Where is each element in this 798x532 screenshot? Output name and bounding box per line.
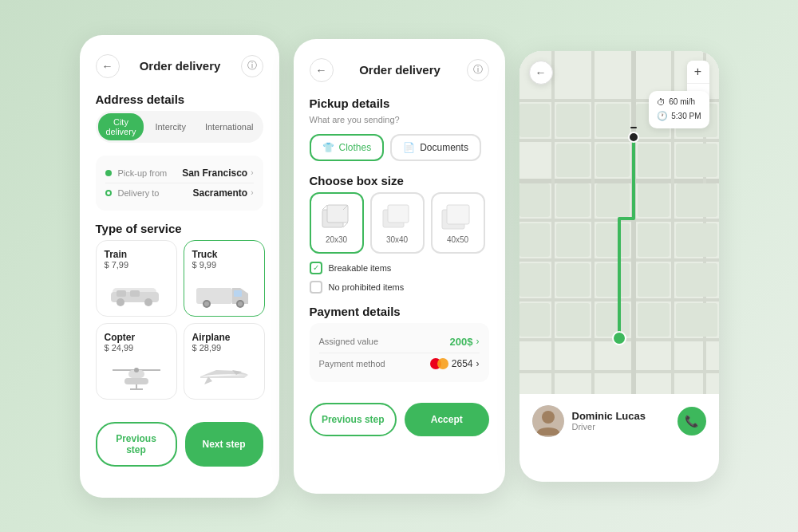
service-truck-price: $ 9,99 [192, 260, 256, 270]
svg-rect-52 [556, 183, 590, 217]
call-driver-button[interactable]: 📞 [678, 407, 706, 435]
svg-rect-15 [124, 378, 148, 384]
svg-point-3 [144, 298, 152, 306]
payment-chevron: › [476, 358, 480, 369]
box-40x50[interactable]: 40x50 [431, 192, 485, 254]
delivery-label: Delivery to [118, 188, 160, 198]
card2-prev-button[interactable]: Previous step [310, 403, 397, 436]
payment-block: Assigned value 200$ › Payment method 265… [310, 323, 489, 382]
tab-city-delivery[interactable]: City delivery [98, 113, 144, 140]
card1-title: Order delivery [140, 59, 221, 73]
phone-icon: 📞 [685, 415, 698, 428]
svg-line-21 [322, 205, 327, 210]
box-40x50-label: 40x50 [447, 235, 468, 244]
box-20x30-label: 20x30 [326, 235, 347, 244]
assigned-amount: 200$ [450, 336, 473, 348]
breakable-row: ✓ Breakable items [310, 262, 489, 274]
svg-rect-31 [519, 179, 719, 183]
delivery-dot [105, 190, 112, 196]
svg-rect-70 [676, 303, 717, 337]
service-copter[interactable]: Copter $ 24,99 [96, 323, 177, 400]
svg-point-12 [238, 301, 243, 306]
driver-info: Dominic Lucas Driver [532, 405, 646, 437]
assigned-label: Assigned value [319, 337, 379, 346]
truck-image [192, 276, 256, 308]
svg-point-72 [629, 132, 638, 142]
service-airplane-name: Airplane [192, 332, 256, 343]
card-number: 2654 [452, 358, 473, 369]
svg-rect-49 [638, 144, 670, 177]
box-30x40-label: 30x40 [386, 235, 408, 244]
svg-rect-6 [196, 288, 232, 304]
box-30x40[interactable]: 30x40 [370, 192, 425, 254]
pickup-subtitle: What are you sending? [310, 115, 489, 124]
payment-section-title: Payment details [310, 305, 489, 318]
service-grid: Train $ 7,99 Truck $ 9,99 [96, 240, 263, 400]
mastercard-icon [430, 358, 448, 369]
svg-rect-64 [638, 263, 670, 297]
svg-point-10 [204, 301, 209, 306]
time-value: 5:30 PM [671, 110, 701, 123]
service-train[interactable]: Train $ 7,99 [96, 240, 177, 317]
zoom-in-button[interactable]: + [687, 61, 709, 83]
card2-info-button[interactable]: ⓘ [467, 59, 489, 81]
card1-info-button[interactable]: ⓘ [241, 55, 263, 77]
pickup-dot [105, 170, 112, 176]
prohibited-checkbox[interactable] [310, 281, 322, 294]
service-airplane-price: $ 28,99 [192, 343, 256, 353]
card2-footer: Previous step Accept [310, 393, 489, 436]
svg-rect-27 [447, 205, 469, 224]
svg-rect-46 [519, 104, 550, 137]
service-truck[interactable]: Truck $ 9,99 [184, 240, 265, 317]
checkboxes: ✓ Breakable items No prohibited items [310, 262, 489, 294]
delivery-row: Delivery to Sacramento › [105, 183, 254, 203]
svg-rect-67 [556, 303, 590, 337]
card1-back-button[interactable]: ← [96, 54, 120, 78]
svg-rect-66 [519, 303, 550, 337]
time-icon: 🕐 [657, 109, 668, 124]
svg-rect-43 [596, 104, 630, 137]
type-clothes[interactable]: 👕 Clothes [310, 134, 385, 161]
payment-method-label: Payment method [319, 359, 385, 368]
card1-next-button[interactable]: Next step [185, 422, 263, 467]
svg-rect-30 [519, 139, 719, 142]
map-back-button[interactable]: ← [529, 61, 553, 85]
documents-icon: 📄 [403, 142, 415, 153]
card1-footer: Previous step Next step [96, 412, 263, 467]
card2-back-button[interactable]: ← [310, 58, 334, 82]
address-section-title: Address details [96, 93, 263, 106]
documents-label: Documents [420, 142, 468, 153]
tab-international[interactable]: International [197, 113, 262, 140]
svg-rect-51 [519, 183, 550, 217]
type-documents[interactable]: 📄 Documents [390, 134, 481, 161]
card2-accept-button[interactable]: Accept [405, 403, 489, 436]
clothes-label: Clothes [339, 142, 372, 153]
service-airplane[interactable]: Airplane $ 28,99 [184, 323, 265, 400]
svg-rect-62 [556, 263, 590, 297]
svg-rect-65 [676, 263, 717, 297]
svg-rect-56 [519, 223, 550, 257]
card2-title: Order delivery [359, 63, 440, 77]
box-20x30[interactable]: 20x30 [310, 192, 364, 254]
delivery-chevron: › [251, 188, 253, 197]
svg-rect-57 [556, 223, 590, 257]
driver-section: Dominic Lucas Driver 📞 [519, 394, 719, 448]
map-card: ← + − ⏱ 60 mi/h 🕐 5:30 PM [519, 51, 719, 482]
driver-avatar [532, 405, 564, 437]
driver-name: Dominic Lucas [572, 410, 646, 422]
svg-rect-68 [596, 303, 630, 337]
svg-rect-25 [388, 205, 409, 223]
breakable-checkbox[interactable]: ✓ [310, 262, 322, 274]
pickup-section-title: Pickup details [310, 97, 489, 110]
tab-intercity[interactable]: Intercity [147, 113, 194, 140]
svg-rect-5 [130, 290, 140, 297]
svg-rect-8 [234, 290, 242, 297]
service-truck-name: Truck [192, 249, 256, 260]
service-copter-name: Copter [105, 332, 168, 343]
card1-header: ← Order delivery ⓘ [96, 54, 263, 78]
address-block: Pick-up from San Francisco › Delivery to… [96, 156, 263, 211]
svg-rect-37 [551, 51, 555, 394]
card1-prev-button[interactable]: Previous step [96, 422, 177, 467]
map-container: ← + − ⏱ 60 mi/h 🕐 5:30 PM [519, 51, 719, 394]
assigned-value-row: Assigned value 200$ › [319, 331, 480, 353]
